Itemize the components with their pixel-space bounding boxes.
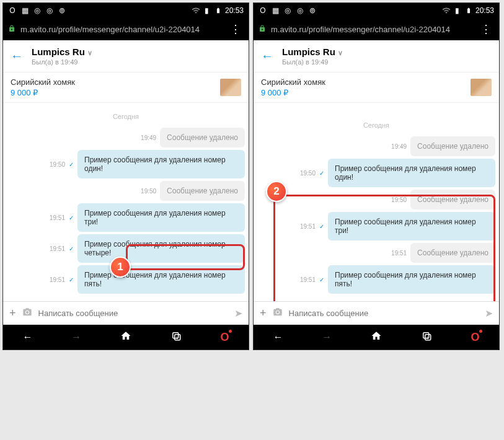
chat-header: ← Lumpics Ru ∨ Был(а) в 19:49 [254,40,499,73]
status-bar: O ▦ ◎ ◎ ⊚ ▮ 20:53 [254,3,499,18]
message-bubble[interactable]: Пример сообщения для удаления номер три! [77,203,245,232]
message-input-row: + ➤ [3,301,249,325]
back-arrow-icon[interactable]: ← [11,49,23,63]
message-time: 19:50 [391,196,407,203]
message-row[interactable]: 19:50✓Пример сообщения для удаления номе… [257,159,495,187]
tabs-icon[interactable]: 1 [421,330,432,344]
battery-icon [464,6,473,15]
back-arrow-icon[interactable]: ← [261,49,273,63]
message-bubble[interactable]: Пример сообщения для удаления номер три! [328,212,495,240]
check-icon: ✓ [69,214,74,221]
callout-badge-1: 1 [110,257,131,278]
address-bar[interactable]: m.avito.ru/profile/messenger/channel/u2i… [254,18,499,40]
message-row[interactable]: 19:51✓Пример сообщения для удаления номе… [7,203,245,232]
tabs-icon[interactable]: 1 [170,330,182,344]
listing-title: Сирийский хомяк [11,77,220,87]
listing-row[interactable]: Сирийский хомяк 9 000 ₽ [3,73,249,103]
check-icon: ✓ [319,223,324,230]
home-icon[interactable] [371,330,382,344]
message-row[interactable]: 19:50Сообщение удалено [7,181,245,201]
plus-icon[interactable]: + [9,307,16,320]
message-row[interactable]: 19:49Сообщение удалено [7,128,245,147]
wifi-icon [192,6,200,15]
send-icon[interactable]: ➤ [234,307,242,319]
clock-text: 20:53 [475,6,494,15]
check-icon: ✓ [319,170,324,177]
menu-dots-icon[interactable]: ⋮ [228,22,244,36]
chat-area[interactable]: Сегодня 19:49Сообщение удалено19:50✓Прим… [3,103,249,301]
message-time: 19:51 [50,214,65,221]
contact-name[interactable]: Lumpics Ru ∨ [282,46,492,57]
message-row[interactable]: 19:50Сообщение удалено [257,190,495,209]
message-bubble[interactable]: Пример сообщения для удаления номер пять… [77,265,245,294]
message-time: 19:49 [141,134,156,141]
nav-back-icon[interactable]: ← [22,332,32,343]
home-icon[interactable] [120,330,131,344]
send-icon[interactable]: ➤ [485,307,493,319]
phone-screenshot-left: O ▦ ◎ ◎ ⊚ ▮ 20:53 m.avito.ru/profile/mes… [2,2,249,350]
message-deleted[interactable]: Сообщение удалено [410,136,495,156]
message-row[interactable]: 19:51Сообщение удалено [257,243,495,263]
app-icon: ◎ [296,6,304,15]
app-icon: ◎ [45,6,54,15]
message-row[interactable]: 19:49Сообщение удалено [257,136,495,156]
menu-dots-icon[interactable]: ⋮ [478,22,494,36]
shazam-icon: ⊚ [58,6,66,15]
signal-icon: ▮ [453,6,462,15]
opera-status-icon: O [8,6,17,15]
message-time: 19:51 [300,276,316,283]
opera-status-icon: O [259,6,267,15]
message-row[interactable]: 19:51✓Пример сообщения для удаления номе… [257,265,495,294]
listing-price: 9 000 ₽ [261,88,471,97]
chat-area[interactable]: Сегодня 19:49Сообщение удалено19:50✓Прим… [254,103,499,301]
shazam-icon: ⊚ [308,6,317,15]
message-time: 19:51 [50,276,65,283]
last-seen-text: Был(а) в 19:49 [32,58,241,66]
phone-screenshot-right: O ▦ ◎ ◎ ⊚ ▮ 20:53 m.avito.ru/profile/mes… [253,2,500,350]
battery-icon [214,6,223,15]
address-bar[interactable]: m.avito.ru/profile/messenger/channel/u2i… [3,18,249,40]
message-input-row: + ➤ [254,301,499,325]
listing-row[interactable]: Сирийский хомяк 9 000 ₽ [254,73,499,103]
plus-icon[interactable]: + [260,307,267,320]
date-divider: Сегодня [257,121,495,129]
message-row[interactable]: 19:51✓Пример сообщения для удаления номе… [257,212,495,240]
message-input[interactable] [289,309,479,318]
message-time: 19:51 [50,245,65,252]
message-deleted[interactable]: Сообщение удалено [410,243,495,263]
message-bubble[interactable]: Пример сообщения для удаления номер один… [77,150,245,178]
message-time: 19:50 [141,188,156,195]
message-deleted[interactable]: Сообщение удалено [160,181,245,201]
opera-menu-icon[interactable]: O [471,331,480,344]
message-time: 19:50 [50,161,65,168]
message-input[interactable] [38,309,228,318]
message-row[interactable]: 19:50✓Пример сообщения для удаления номе… [7,150,245,178]
nav-back-icon[interactable]: ← [273,332,283,343]
message-deleted[interactable]: Сообщение удалено [410,190,495,209]
message-bubble[interactable]: Пример сообщения для удаления номер один… [328,159,495,187]
message-deleted[interactable]: Сообщение удалено [160,128,245,147]
chat-header: ← Lumpics Ru ∨ Был(а) в 19:49 [3,40,249,73]
message-time: 19:50 [300,170,316,177]
message-time: 19:49 [391,143,407,150]
signal-icon: ▮ [203,6,211,15]
contact-name[interactable]: Lumpics Ru ∨ [32,46,241,57]
callout-badge-2: 2 [266,181,287,202]
opera-menu-icon[interactable]: O [221,331,229,344]
browser-nav-bar: ← → 1 O [3,325,249,350]
message-bubble[interactable]: Пример сообщения для удаления номер четы… [77,234,245,263]
browser-nav-bar: ← → 1 O [254,325,499,350]
app-icon: ▦ [20,6,29,15]
camera-icon[interactable] [273,307,283,319]
app-icon: ◎ [283,6,292,15]
message-bubble[interactable]: Пример сообщения для удаления номер пять… [328,265,495,294]
listing-thumbnail [220,79,241,96]
lock-icon [8,25,15,34]
nav-forward-icon[interactable]: → [71,332,81,343]
nav-forward-icon[interactable]: → [322,332,332,343]
message-time: 19:51 [300,223,316,230]
camera-icon[interactable] [22,307,32,319]
listing-title: Сирийский хомяк [261,77,471,87]
check-icon: ✓ [69,161,74,168]
check-icon: ✓ [69,245,74,252]
